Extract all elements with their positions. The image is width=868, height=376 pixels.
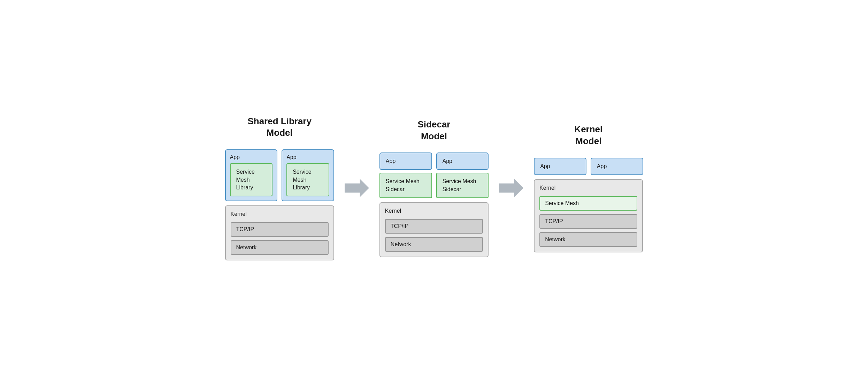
sidecar-app-2: App xyxy=(436,152,489,170)
service-mesh-library-1: ServiceMeshLibrary xyxy=(230,163,273,196)
kernel-app-1: App xyxy=(534,158,586,175)
sidecar-kernel-label: Kernel xyxy=(385,208,483,214)
sidecar-app-1: App xyxy=(379,152,432,170)
sidecar-pods-row: App Service MeshSidecar App Service Mesh… xyxy=(379,152,489,198)
sidecar-model: SidecarModel App Service MeshSidecar App… xyxy=(379,119,489,257)
kernel-app-2: App xyxy=(591,158,643,175)
shared-library-app-1: App ServiceMeshLibrary xyxy=(225,149,278,201)
sidecar-pod-2: App Service MeshSidecar xyxy=(436,152,489,198)
kernel-service-mesh: Service Mesh xyxy=(539,196,637,211)
sidecar-kernel: Kernel TCP/IP Network xyxy=(379,202,489,257)
kernel-model: KernelModel App App Kernel Service Mesh … xyxy=(534,124,643,252)
shared-library-title: Shared LibraryModel xyxy=(247,116,312,139)
sidecar-title: SidecarModel xyxy=(418,119,451,142)
shared-library-app-2: App ServiceMeshLibrary xyxy=(282,149,334,201)
kernel-model-apps-row: App App xyxy=(534,158,643,175)
app-label-2: App xyxy=(286,154,329,160)
kernel-model-kernel-label: Kernel xyxy=(539,185,637,191)
arrow-1 xyxy=(345,178,369,198)
arrow-2 xyxy=(499,178,523,198)
shared-library-model: Shared LibraryModel App ServiceMeshLibra… xyxy=(225,116,334,261)
kernel-model-title: KernelModel xyxy=(574,124,602,147)
svg-marker-1 xyxy=(499,179,523,197)
sidecar-network: Network xyxy=(385,237,483,252)
kernel-network: Network xyxy=(539,232,637,247)
service-mesh-library-2: ServiceMeshLibrary xyxy=(286,163,329,196)
sidecar-2: Service MeshSidecar xyxy=(436,173,489,198)
shared-library-content: App ServiceMeshLibrary App ServiceMeshLi… xyxy=(225,149,334,260)
shared-library-kernel-label: Kernel xyxy=(231,211,329,217)
sidecar-pod-1: App Service MeshSidecar xyxy=(379,152,432,198)
svg-marker-0 xyxy=(345,179,369,197)
app-label-1: App xyxy=(230,154,273,160)
diagram-container: Shared LibraryModel App ServiceMeshLibra… xyxy=(225,116,643,261)
sidecar-content: App Service MeshSidecar App Service Mesh… xyxy=(379,152,489,257)
shared-library-kernel: Kernel TCP/IP Network xyxy=(225,205,334,260)
kernel-model-kernel: Kernel Service Mesh TCP/IP Network xyxy=(534,179,643,252)
kernel-tcp: TCP/IP xyxy=(539,214,637,229)
shared-library-apps-row: App ServiceMeshLibrary App ServiceMeshLi… xyxy=(225,149,334,201)
sidecar-tcp: TCP/IP xyxy=(385,219,483,234)
kernel-model-content: App App Kernel Service Mesh TCP/IP Netwo… xyxy=(534,158,643,252)
shared-library-network: Network xyxy=(231,240,329,255)
shared-library-tcp: TCP/IP xyxy=(231,222,329,237)
sidecar-1: Service MeshSidecar xyxy=(379,173,432,198)
